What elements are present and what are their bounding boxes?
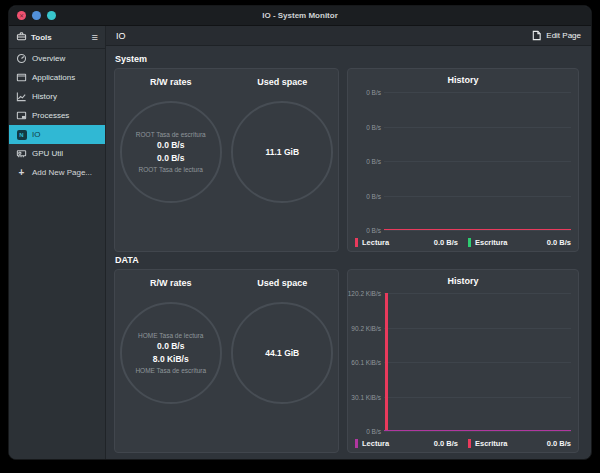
chart-icon: [16, 91, 27, 102]
sidebar-item-history[interactable]: History: [9, 87, 105, 106]
y-tick: 0 B/s: [366, 428, 381, 435]
sidebar-item-label: IO: [32, 130, 40, 139]
gauge-line: 0.0 B/s: [157, 152, 184, 165]
window-icon: [16, 72, 27, 83]
sidebar-item-io[interactable]: N IO: [9, 125, 105, 144]
legend-value: 0.0 B/s: [434, 238, 458, 247]
rw-rates-gauge: HOME Tasa de lectura 0.0 B/s 8.0 KiB/s H…: [120, 302, 222, 404]
sidebar-item-overview[interactable]: Overview: [9, 49, 105, 68]
section-title-system: System: [115, 54, 579, 64]
system-history-card: History 0 B/s 0 B/s 0 B/s 0 B/s 0 B/s: [347, 68, 579, 252]
series-line: [384, 229, 571, 230]
gpu-icon: [16, 148, 27, 159]
y-tick: 30.1 KiB/s: [351, 393, 381, 400]
disk-icon: N: [16, 129, 27, 140]
sidebar: Tools ≡ Overview Applications Histor: [9, 26, 106, 459]
history-title: History: [348, 75, 578, 85]
used-space-value: 11.1 GiB: [265, 146, 299, 159]
gauge-line: 0.0 B/s: [157, 139, 184, 152]
legend-swatch: [468, 439, 471, 448]
data-history-card: History 120.2 KiB/s 90.2 KiB/s 60.1 KiB/…: [347, 269, 579, 453]
y-tick: 0 B/s: [366, 89, 381, 96]
y-tick: 0 B/s: [366, 123, 381, 130]
titlebar: ✕ IO - System Monitor: [9, 6, 591, 26]
legend-value: 0.0 B/s: [547, 439, 571, 448]
close-button[interactable]: ✕: [17, 11, 26, 20]
plus-icon: +: [16, 167, 27, 178]
sidebar-item-label: Add New Page...: [32, 168, 92, 177]
gauge-line: 0.0 B/s: [157, 340, 184, 353]
used-space-heading: Used space: [257, 278, 307, 288]
gauge-line: ROOT Tasa de lectura: [139, 165, 203, 175]
y-tick: 0 B/s: [366, 227, 381, 234]
chart-legend: Lectura 0.0 B/s Escritura 0.0 B/s: [355, 238, 571, 247]
sidebar-header: Tools ≡: [9, 26, 105, 49]
gauge-icon: [16, 53, 27, 64]
page-header: IO Edit Page: [106, 26, 591, 46]
page-title: IO: [116, 31, 126, 41]
sidebar-item-add-new-page[interactable]: + Add New Page...: [9, 163, 105, 182]
legend-label: Escritura: [475, 238, 508, 247]
legend-value: 0.0 B/s: [547, 238, 571, 247]
legend-swatch: [355, 439, 358, 448]
sidebar-item-label: Processes: [32, 111, 69, 120]
rw-rates-heading: R/W rates: [150, 77, 192, 87]
used-space-gauge: 44.1 GiB: [231, 302, 333, 404]
legend-label: Lectura: [362, 439, 389, 448]
sidebar-item-processes[interactable]: Processes: [9, 106, 105, 125]
gauge-line: HOME Tasa de escritura: [135, 366, 206, 376]
y-tick: 0 B/s: [366, 158, 381, 165]
legend-swatch: [355, 238, 358, 247]
section-title-data: DATA: [115, 255, 579, 265]
monitor-icon: [16, 110, 27, 121]
sidebar-item-label: History: [32, 92, 57, 101]
series-line: [384, 430, 571, 431]
sidebar-item-label: Overview: [32, 54, 65, 63]
write-spike: [385, 293, 388, 431]
legend-swatch: [468, 238, 471, 247]
sidebar-item-label: Applications: [32, 73, 75, 82]
data-history-chart: 120.2 KiB/s 90.2 KiB/s 60.1 KiB/s 30.1 K…: [384, 293, 571, 431]
chart-legend: Lectura 0.0 B/s Escritura 0.0 B/s: [355, 439, 571, 448]
history-title: History: [348, 276, 578, 286]
used-space-heading: Used space: [257, 77, 307, 87]
maximize-button[interactable]: [47, 11, 56, 20]
edit-page-icon: [531, 30, 542, 41]
gauge-line: 8.0 KiB/s: [153, 353, 189, 366]
legend-label: Lectura: [362, 238, 389, 247]
rw-rates-heading: R/W rates: [150, 278, 192, 288]
edit-page-label: Edit Page: [546, 31, 581, 40]
y-tick: 60.1 KiB/s: [351, 359, 381, 366]
y-tick: 120.2 KiB/s: [348, 290, 381, 297]
system-history-chart: 0 B/s 0 B/s 0 B/s 0 B/s 0 B/s: [384, 92, 571, 230]
toolbox-icon: [16, 28, 27, 46]
edit-page-button[interactable]: Edit Page: [531, 30, 581, 41]
legend-value: 0.0 B/s: [434, 439, 458, 448]
sidebar-item-label: GPU Util: [32, 149, 63, 158]
system-gauges-card: R/W rates ROOT Tasa de escritura 0.0 B/s…: [114, 68, 339, 252]
used-space-value: 44.1 GiB: [265, 347, 299, 360]
minimize-button[interactable]: [32, 11, 41, 20]
page-content: System R/W rates ROOT Tasa de escritura …: [106, 46, 591, 459]
window-title: IO - System Monitor: [262, 11, 338, 20]
sidebar-item-applications[interactable]: Applications: [9, 68, 105, 87]
main-area: IO Edit Page System R/W rates: [106, 26, 591, 459]
sidebar-item-gpu-util[interactable]: GPU Util: [9, 144, 105, 163]
sidebar-title: Tools: [31, 33, 88, 42]
app-window: ✕ IO - System Monitor Tools ≡: [8, 5, 592, 460]
menu-icon[interactable]: ≡: [92, 32, 98, 43]
gauge-line: ROOT Tasa de escritura: [136, 130, 206, 140]
y-tick: 90.2 KiB/s: [351, 324, 381, 331]
used-space-gauge: 11.1 GiB: [231, 101, 333, 203]
legend-label: Escritura: [475, 439, 508, 448]
y-tick: 0 B/s: [366, 192, 381, 199]
rw-rates-gauge: ROOT Tasa de escritura 0.0 B/s 0.0 B/s R…: [120, 101, 222, 203]
window-controls: ✕: [17, 6, 56, 25]
data-gauges-card: R/W rates HOME Tasa de lectura 0.0 B/s 8…: [114, 269, 339, 453]
gauge-line: HOME Tasa de lectura: [138, 331, 203, 341]
